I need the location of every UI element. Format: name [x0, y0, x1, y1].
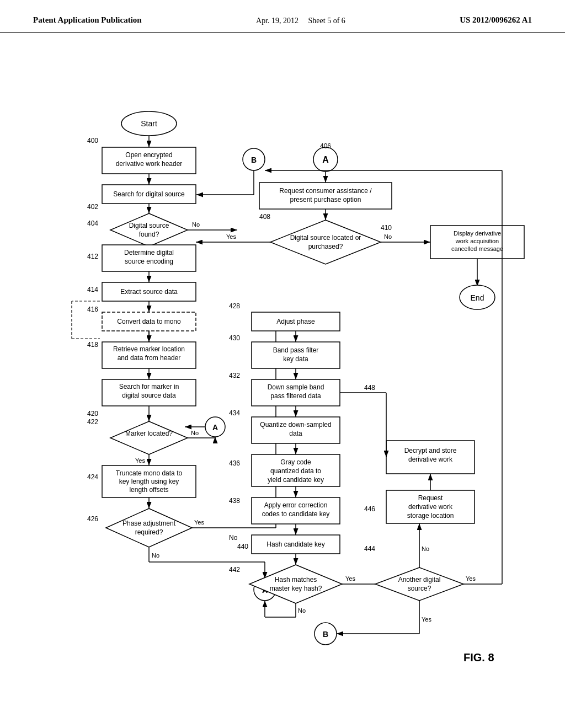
svg-text:Start: Start: [141, 119, 157, 128]
svg-text:derivative work: derivative work: [408, 503, 453, 511]
svg-text:present purchase option: present purchase option: [290, 196, 361, 204]
svg-text:No: No: [384, 233, 392, 240]
svg-text:Search for digital source: Search for digital source: [113, 190, 185, 198]
svg-text:Digital source located or: Digital source located or: [290, 234, 361, 242]
svg-text:430: 430: [229, 334, 240, 342]
svg-text:424: 424: [87, 473, 98, 481]
svg-text:404: 404: [87, 220, 98, 227]
svg-text:A: A: [322, 155, 329, 164]
svg-marker-32: [270, 220, 381, 264]
svg-text:442: 442: [229, 566, 240, 574]
diagram-area: Start 400 Open encrypted derivative work…: [0, 38, 565, 711]
svg-text:source encoding: source encoding: [125, 258, 173, 265]
svg-text:derivative work header: derivative work header: [116, 160, 183, 168]
svg-text:quantized data to: quantized data to: [270, 467, 321, 475]
flowchart-svg: Start 400 Open encrypted derivative work…: [0, 38, 565, 711]
svg-text:derivative work: derivative work: [408, 456, 453, 463]
svg-text:416: 416: [87, 306, 98, 313]
svg-text:448: 448: [364, 384, 375, 392]
svg-text:End: End: [471, 293, 484, 302]
svg-text:Marker located?: Marker located?: [125, 430, 173, 437]
svg-text:Digital source: Digital source: [129, 222, 169, 229]
svg-text:data: data: [289, 430, 302, 437]
svg-text:storage location: storage location: [407, 512, 454, 520]
svg-text:Search for marker in: Search for marker in: [119, 383, 179, 390]
svg-text:438: 438: [229, 497, 240, 505]
svg-text:pass filtered data: pass filtered data: [270, 392, 321, 400]
svg-text:No: No: [192, 221, 200, 228]
svg-text:414: 414: [87, 286, 98, 293]
svg-text:434: 434: [229, 409, 240, 417]
svg-text:and data from header: and data from header: [118, 354, 181, 362]
svg-text:Truncate mono data to: Truncate mono data to: [116, 469, 183, 477]
svg-text:Yes: Yes: [466, 575, 476, 582]
svg-text:Adjust phase: Adjust phase: [276, 318, 315, 325]
page-header: Patent Application Publication Apr. 19, …: [0, 0, 565, 33]
svg-text:A: A: [212, 423, 218, 432]
svg-text:Hash candidate key: Hash candidate key: [266, 540, 324, 548]
svg-text:purchased?: purchased?: [308, 243, 343, 250]
svg-text:No: No: [191, 430, 199, 436]
svg-text:426: 426: [87, 515, 98, 523]
svg-text:Retrieve marker location: Retrieve marker location: [113, 345, 185, 353]
svg-text:412: 412: [87, 253, 98, 260]
svg-text:Phase adjustment: Phase adjustment: [122, 520, 176, 527]
svg-text:required?: required?: [135, 528, 163, 536]
patent-number: US 2012/0096262 A1: [460, 15, 532, 25]
svg-text:Convert data to mono: Convert data to mono: [117, 318, 181, 325]
svg-text:Yes: Yes: [194, 519, 204, 526]
publication-label: Patent Application Publication: [33, 15, 142, 25]
svg-text:Open encrypted: Open encrypted: [125, 151, 172, 159]
svg-text:Display derivative: Display derivative: [454, 230, 501, 237]
svg-text:418: 418: [87, 341, 98, 349]
svg-text:410: 410: [381, 224, 392, 232]
svg-text:Down sample band: Down sample band: [268, 383, 324, 391]
svg-text:432: 432: [229, 372, 240, 379]
svg-text:No: No: [422, 545, 429, 552]
svg-text:408: 408: [259, 213, 270, 221]
svg-text:Yes: Yes: [422, 616, 431, 623]
svg-text:Another digital: Another digital: [398, 576, 441, 584]
svg-text:No: No: [229, 534, 238, 542]
svg-text:key length using key: key length using key: [119, 478, 179, 485]
svg-text:Yes: Yes: [226, 233, 236, 240]
svg-text:Request consumer assistance /: Request consumer assistance /: [279, 187, 372, 195]
svg-text:yield candidate key: yield candidate key: [268, 476, 324, 484]
svg-text:key data: key data: [283, 355, 308, 363]
svg-text:master key hash?: master key hash?: [270, 585, 322, 592]
svg-text:446: 446: [364, 505, 375, 513]
svg-text:digital source data: digital source data: [122, 392, 176, 399]
svg-text:444: 444: [364, 545, 375, 553]
svg-text:400: 400: [87, 137, 98, 144]
svg-text:Determine digital: Determine digital: [124, 249, 174, 256]
svg-text:Decrypt and store: Decrypt and store: [404, 447, 457, 454]
svg-text:Gray code: Gray code: [280, 458, 311, 466]
svg-marker-74: [110, 421, 188, 454]
svg-text:436: 436: [229, 459, 240, 467]
svg-text:found?: found?: [139, 231, 159, 238]
svg-marker-14: [110, 213, 188, 247]
svg-text:No: No: [298, 607, 306, 614]
svg-marker-88: [106, 508, 192, 547]
svg-text:codes to candidate key: codes to candidate key: [262, 510, 330, 518]
svg-text:402: 402: [87, 203, 98, 211]
svg-text:Yes: Yes: [345, 575, 355, 582]
svg-text:FIG. 8: FIG. 8: [463, 651, 494, 663]
svg-text:422: 422: [87, 418, 98, 426]
svg-text:420: 420: [87, 410, 98, 417]
svg-text:Extract source data: Extract source data: [120, 288, 178, 296]
svg-text:cancelled message: cancelled message: [451, 245, 503, 252]
svg-text:work acquisition: work acquisition: [455, 238, 499, 244]
header-center: Apr. 19, 2012 Sheet 5 of 6: [256, 15, 345, 26]
svg-text:length offsets: length offsets: [129, 486, 168, 494]
svg-text:428: 428: [229, 302, 240, 310]
svg-text:Apply error correction: Apply error correction: [264, 501, 328, 509]
svg-text:Band pass filter: Band pass filter: [273, 346, 319, 354]
svg-text:B: B: [323, 630, 328, 639]
svg-text:No: No: [152, 552, 159, 559]
svg-text:B: B: [251, 156, 257, 164]
svg-text:Quantize down-sampled: Quantize down-sampled: [260, 421, 331, 429]
svg-text:440: 440: [237, 543, 248, 550]
svg-text:source?: source?: [408, 585, 431, 592]
svg-text:406: 406: [320, 142, 331, 150]
